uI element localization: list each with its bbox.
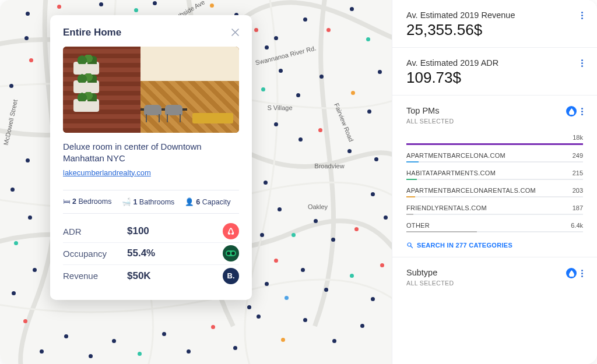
divider: [63, 190, 239, 190]
spec-capacity: 👤6 Capacity: [185, 197, 230, 206]
metric-occupancy: Occupancy 55.4%: [63, 243, 239, 265]
search-icon: [406, 242, 413, 249]
pm-bar: [406, 143, 583, 145]
pm-value: 249: [573, 152, 583, 159]
bath-icon: 🛁: [122, 198, 131, 206]
filter-drop-icon[interactable]: [566, 268, 577, 278]
app-root: S Village Broadview Oakley Swannanoa Riv…: [0, 0, 597, 364]
search-categories-button[interactable]: SEARCH IN 277 CATEGORIES: [406, 242, 583, 249]
divider: [63, 213, 239, 214]
pm-value: 6.4k: [571, 222, 583, 229]
filter-drop-icon[interactable]: [566, 106, 577, 116]
pm-row[interactable]: APARTMENTBARCELONA.COM249: [406, 152, 583, 162]
pm-bar: [406, 196, 583, 197]
panel-menu-button[interactable]: [581, 268, 583, 278]
person-icon: 👤: [185, 198, 194, 206]
panel-menu-button[interactable]: [581, 10, 583, 20]
tripadvisor-icon: [223, 245, 239, 261]
listing-photo: [63, 47, 239, 133]
revenue-label: Av. Estimated 2019 Revenue: [406, 10, 515, 20]
panel-top-pms: Top PMs ALL SELECTED 18kAPARTMENTBARCELO…: [392, 96, 597, 257]
pm-name: OTHER: [406, 222, 430, 229]
sidebar: Av. Estimated 2019 Revenue 25,355.56$ Av…: [392, 0, 597, 364]
pm-bar: [406, 231, 583, 232]
pm-bar: [406, 214, 583, 215]
pm-name: APARTMENTBARCELONARENTALS.COM: [406, 187, 536, 194]
pm-name: APARTMENTBARCELONA.COM: [406, 152, 505, 159]
panel-menu-button[interactable]: [581, 107, 583, 116]
listing-website-link[interactable]: lakecumberlandrealty.com: [63, 168, 151, 177]
svg-line-2: [411, 246, 413, 248]
pm-row[interactable]: OTHER6.4k: [406, 222, 583, 232]
pm-row[interactable]: APARTMENTBARCELONARENTALS.COM203: [406, 187, 583, 197]
revenue-value: 25,355.56$: [406, 21, 515, 39]
close-button[interactable]: [231, 27, 239, 38]
pm-bar: [406, 179, 583, 180]
spec-bathrooms: 🛁1 Bathrooms: [122, 197, 174, 206]
subtype-title: Subtype: [406, 268, 454, 277]
top-pms-title: Top PMs: [406, 106, 454, 115]
booking-icon: B.: [223, 268, 239, 284]
listing-title: Deluxe room in center of Downtown Manhat…: [63, 141, 239, 165]
pm-bar: [406, 161, 583, 162]
pm-value: 187: [573, 204, 583, 211]
panel-subtype: Subtype ALL SELECTED: [392, 257, 597, 295]
metric-adr: ADR $100: [63, 221, 239, 243]
airbnb-icon: [223, 223, 239, 239]
panel-revenue: Av. Estimated 2019 Revenue 25,355.56$: [392, 0, 597, 48]
pm-value: 215: [573, 169, 583, 176]
top-pms-subtitle: ALL SELECTED: [406, 118, 454, 125]
pm-name: FRIENDLYRENTALS.COM: [406, 204, 487, 211]
subtype-subtitle: ALL SELECTED: [406, 280, 454, 287]
panel-adr: Av. Estimated 2019 ADR 109.73$: [392, 48, 597, 96]
listing-metrics: ADR $100 Occupancy 55.4% Revenue $50K B.: [63, 221, 239, 287]
adr-value: 109.73$: [406, 69, 498, 87]
metric-revenue: Revenue $50K B.: [63, 265, 239, 287]
listing-specs: 🛏2 Bedrooms 🛁1 Bathrooms 👤6 Capacity: [63, 197, 239, 206]
bed-icon: 🛏: [63, 197, 71, 206]
pm-row[interactable]: 18k: [406, 134, 583, 145]
adr-label: Av. Estimated 2019 ADR: [406, 58, 498, 68]
spec-bedrooms: 🛏2 Bedrooms: [63, 197, 111, 206]
listing-type: Entire Home: [63, 27, 121, 38]
pm-value: 18k: [573, 134, 583, 141]
pm-row[interactable]: FRIENDLYRENTALS.COM187: [406, 204, 583, 215]
pm-list: 18kAPARTMENTBARCELONA.COM249HABITATAPART…: [406, 134, 583, 232]
listing-card: Entire Home Deluxe room in center of Dow…: [50, 15, 252, 300]
pm-row[interactable]: HABITATAPARTMENTS.COM215: [406, 169, 583, 180]
panel-menu-button[interactable]: [581, 58, 583, 68]
pm-value: 203: [573, 187, 583, 194]
pm-name: HABITATAPARTMENTS.COM: [406, 169, 496, 176]
map-pane[interactable]: S Village Broadview Oakley Swannanoa Riv…: [0, 0, 392, 364]
close-icon: [231, 29, 239, 36]
